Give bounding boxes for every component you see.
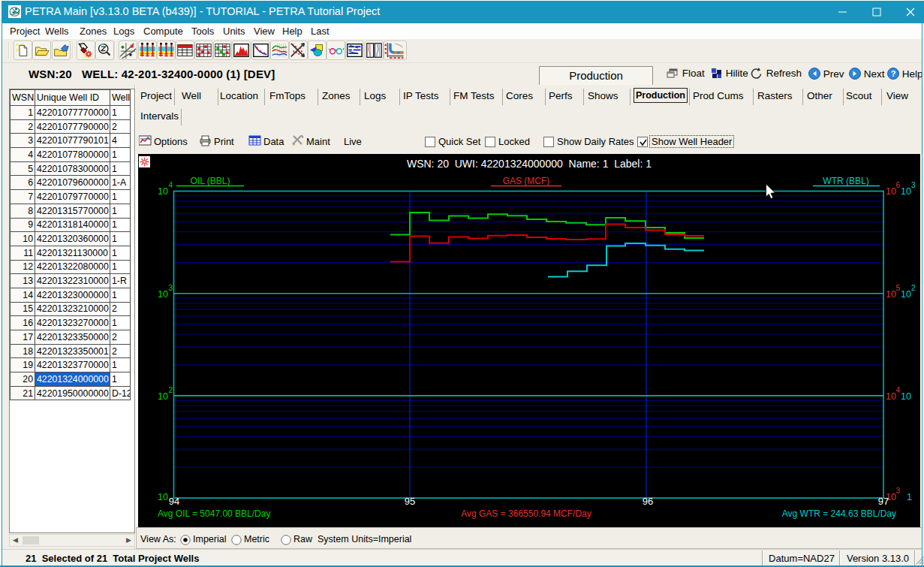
svg-text:2: 2 <box>911 284 916 292</box>
svg-text:Avg OIL = 5047.00 BBL/Day: Avg OIL = 5047.00 BBL/Day <box>158 508 270 519</box>
svg-text:10: 10 <box>158 492 168 502</box>
svg-text:3: 3 <box>896 487 901 495</box>
svg-text:OIL (BBL): OIL (BBL) <box>191 176 230 186</box>
svg-text:WSN: 20 UWI: 42201324000000: WSN: 20 UWI: 42201324000000 Name: 1 Labe… <box>407 158 652 170</box>
svg-text:10: 10 <box>158 391 168 402</box>
svg-text:6: 6 <box>896 181 901 189</box>
svg-text:3: 3 <box>169 284 173 292</box>
svg-text:1: 1 <box>907 492 912 502</box>
svg-text:96: 96 <box>643 496 653 507</box>
svg-text:GAS (MCF): GAS (MCF) <box>503 176 550 186</box>
svg-text:10: 10 <box>886 186 896 197</box>
svg-text:5: 5 <box>896 284 901 292</box>
svg-text:10: 10 <box>886 289 896 300</box>
svg-text:2: 2 <box>169 386 173 394</box>
svg-text:10: 10 <box>901 186 911 197</box>
svg-text:10: 10 <box>886 391 896 402</box>
svg-text:10: 10 <box>901 289 911 300</box>
svg-text:4: 4 <box>169 181 173 189</box>
svg-text:3: 3 <box>911 181 916 189</box>
svg-text:94: 94 <box>169 496 179 507</box>
svg-text:10: 10 <box>158 186 168 197</box>
svg-text:Avg WTR = 244.63 BBL/Day: Avg WTR = 244.63 BBL/Day <box>782 508 896 519</box>
svg-text:10: 10 <box>158 289 168 300</box>
svg-text:Avg GAS = 366550.94 MCF/Day: Avg GAS = 366550.94 MCF/Day <box>461 508 591 519</box>
svg-text:97: 97 <box>878 496 889 507</box>
svg-text:WTR (BBL): WTR (BBL) <box>823 176 868 186</box>
svg-text:10: 10 <box>901 391 911 402</box>
svg-text:95: 95 <box>405 496 415 507</box>
svg-text:?: ? <box>891 69 896 78</box>
svg-text:4: 4 <box>896 386 901 394</box>
